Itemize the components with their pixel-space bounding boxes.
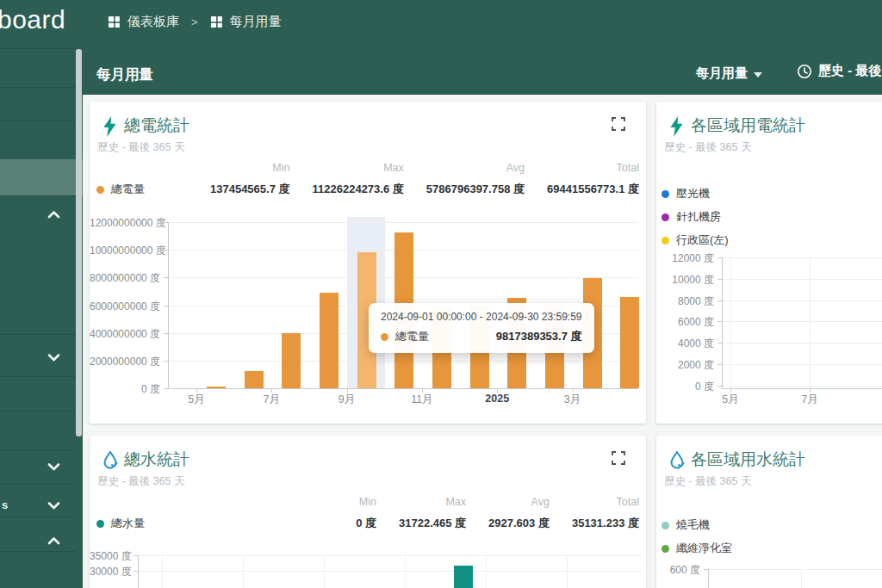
chevron-down-icon[interactable]	[47, 353, 60, 362]
lightning-icon	[102, 116, 118, 137]
y-axis-label: 10000000000 度	[90, 244, 160, 258]
tooltip-series: 總電量	[395, 329, 429, 344]
sidebar-divider	[0, 411, 76, 412]
breadcrumb-label: 每月用量	[230, 14, 282, 30]
stat-max: 31722.465 度	[399, 516, 466, 531]
series-dot-icon	[662, 545, 669, 553]
chevron-up-icon[interactable]	[47, 536, 60, 545]
h-gridline	[168, 222, 638, 223]
y-axis-label: 8000000000 度	[90, 271, 160, 286]
chevron-down-icon[interactable]	[47, 462, 60, 471]
x-tickmark	[196, 388, 197, 393]
dashboard-grid-icon	[108, 15, 121, 28]
panel-title: 總水統計	[124, 449, 189, 471]
y-tickmark	[717, 257, 722, 258]
y-axis-label: 10000 度	[656, 273, 714, 288]
series-label: 總電量	[111, 182, 145, 197]
y-tickmark	[717, 364, 722, 365]
y-tickmark	[717, 386, 722, 387]
y-tickmark	[164, 333, 168, 334]
x-axis-label: 5月	[171, 393, 222, 407]
v-gridline	[730, 257, 731, 388]
h-gridline	[722, 279, 882, 280]
stat-avg: 2927.603 度	[488, 516, 550, 531]
dashboard-grid-icon	[210, 15, 223, 28]
sidebar: s	[0, 0, 83, 588]
sidebar-divider	[0, 376, 76, 377]
panel-area-electricity: 各區域用電統計 歷史 - 最後 365 天 壓光機 針扎機房 行政區(左) 12…	[656, 102, 882, 424]
legend-item[interactable]: 燒毛機	[662, 517, 710, 533]
bar-2024-06[interactable]	[245, 371, 264, 388]
chart-tooltip: 2024-09-01 00:00:00 - 2024-09-30 23:59:5…	[369, 303, 594, 353]
breadcrumb-separator: >	[191, 15, 198, 28]
breadcrumb: 儀表板庫 > 每月用量	[108, 14, 282, 30]
sidebar-divider	[0, 334, 76, 335]
legend-item[interactable]: 行政區(左)	[662, 232, 729, 248]
x-tickmark	[271, 388, 272, 393]
x-axis-label: 9月	[321, 393, 373, 407]
time-range-picker[interactable]: 歷史 - 最後 365 天	[797, 63, 882, 79]
breadcrumb-current[interactable]: 每月用量	[210, 14, 282, 30]
chevron-down-icon[interactable]	[47, 501, 60, 510]
y-axis-line	[722, 257, 723, 388]
y-axis-label: 2000000000 度	[90, 355, 160, 369]
tooltip-timerange: 2024-09-01 00:00:00 - 2024-09-30 23:59:5…	[381, 311, 582, 323]
x-axis-line	[722, 388, 882, 389]
v-gridline	[324, 555, 325, 588]
sidebar-item-label[interactable]: s	[2, 498, 8, 511]
legend-item[interactable]: 針扎機房	[662, 209, 721, 225]
series-dot-icon	[662, 214, 669, 221]
y-tickmark	[164, 222, 168, 223]
breadcrumb-dashboards[interactable]: 儀表板庫	[108, 14, 179, 30]
sidebar-divider	[0, 48, 76, 49]
series-dot-icon	[662, 522, 669, 529]
sidebar-divider	[0, 450, 76, 451]
bar-2024-07[interactable]	[282, 333, 301, 388]
stat-max: 11226224273.6 度	[313, 182, 404, 197]
breadcrumb-label: 儀表板庫	[127, 14, 179, 30]
legend-item[interactable]: 壓光機	[662, 186, 710, 201]
bar-2024-05[interactable]	[207, 387, 226, 388]
chevron-down-icon	[754, 72, 762, 77]
series-dot-icon	[96, 186, 104, 194]
y-axis-line	[138, 555, 139, 588]
stat-total: 69441556773.1 度	[547, 182, 639, 197]
stats-table: Min Max Avg Total 總電量 137454565.7 度 1122…	[96, 162, 639, 197]
stat-avg: 5786796397.758 度	[426, 182, 525, 197]
stat-header-min: Min	[356, 496, 376, 508]
x-tickmark	[422, 388, 423, 393]
x-tickmark	[497, 388, 498, 393]
stat-total: 35131.233 度	[572, 516, 639, 531]
x-tickmark	[347, 388, 348, 393]
panel-total-electricity: 總電統計 歷史 - 最後 365 天 Min Max Avg Total 總電量…	[90, 102, 646, 424]
fullscreen-icon[interactable]	[612, 451, 625, 465]
stat-header-avg: Avg	[488, 496, 550, 508]
legend-item[interactable]: 總電量	[96, 182, 188, 197]
sidebar-scrollbar[interactable]	[76, 49, 82, 436]
stat-min: 0 度	[356, 516, 376, 531]
y-tickmark	[164, 277, 168, 278]
legend-item[interactable]: 纖維淨化室	[662, 541, 732, 556]
sidebar-divider	[0, 551, 76, 552]
variable-dropdown[interactable]: 每月用量	[696, 65, 762, 82]
chevron-up-icon[interactable]	[47, 210, 60, 219]
water-drop-icon	[669, 450, 685, 471]
x-tickmark	[810, 388, 811, 393]
x-axis-label: 7月	[245, 393, 297, 407]
h-gridline	[708, 569, 882, 570]
fullscreen-icon[interactable]	[612, 117, 625, 131]
y-tickmark	[164, 388, 168, 389]
bar-2024-08[interactable]	[320, 293, 339, 388]
panel-area-water: 各區域用水統計 歷史 - 最後 365 天 燒毛機 纖維淨化室 600 度	[656, 436, 882, 588]
h-gridline	[138, 555, 641, 556]
sidebar-divider	[0, 195, 76, 196]
h-gridline	[722, 300, 882, 301]
clock-icon	[797, 64, 812, 79]
bar-total-water[interactable]	[454, 566, 473, 588]
y-axis-label: 4000 度	[656, 337, 714, 351]
app-logo[interactable]: board	[0, 5, 65, 34]
sidebar-item-active[interactable]	[0, 159, 83, 195]
legend-item[interactable]: 總水量	[96, 516, 333, 531]
v-gridline	[162, 555, 163, 588]
bar-2025-04[interactable]	[620, 297, 639, 388]
